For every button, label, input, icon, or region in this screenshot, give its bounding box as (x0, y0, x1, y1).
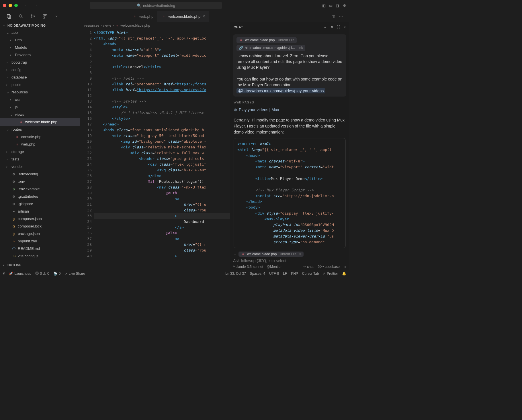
tree-item-label: artisan (18, 208, 29, 215)
tree-item-config[interactable]: ›config (0, 66, 80, 74)
notifications-icon[interactable]: 🔔 (342, 272, 346, 276)
layout-panel-right-icon[interactable]: ◨ (336, 3, 339, 8)
layout-panel-left-icon[interactable]: ◧ (322, 3, 326, 8)
more-actions-icon[interactable]: ⋯ (339, 14, 343, 19)
explorer-header[interactable]: ⌄ NOIDEAWHATIMDOING (0, 22, 80, 29)
code-content[interactable]: <!DOCTYPE html><html lang="{{ str_replac… (94, 29, 230, 270)
history-icon[interactable]: ↻ (331, 25, 333, 30)
source-control-icon[interactable] (30, 14, 36, 19)
nav-back[interactable]: ← (24, 3, 30, 8)
breadcrumb-part[interactable]: resources (84, 23, 99, 28)
minimize-window[interactable] (9, 4, 12, 7)
tree-item-composer-lock[interactable]: {}composer.lock (0, 223, 80, 230)
remote-icon[interactable]: ⎘ (3, 272, 5, 276)
settings-gear-icon[interactable]: ⚙ (343, 3, 346, 8)
tree-item-tests[interactable]: ›tests (0, 156, 80, 163)
close-chat-icon[interactable]: × (344, 25, 346, 30)
send-codebase-hint[interactable]: ⌘↩ codebase (318, 265, 340, 269)
send-icon[interactable]: ▷ (344, 265, 346, 269)
svg-point-4 (31, 15, 32, 15)
send-chat-hint[interactable]: ↩ chat (303, 265, 314, 269)
tree-item-http[interactable]: ›Http (0, 36, 80, 44)
prettier-label: Prettier (327, 272, 338, 276)
tab-welcome-blade[interactable]: ⌗ welcome.blade.php × (157, 11, 209, 22)
expand-icon[interactable]: ⛶ (337, 25, 340, 30)
problems[interactable]: ⓧ 0 ⚠ 0 (35, 271, 49, 276)
tree-item-phpunit-xml[interactable]: ∴phpunit.xml (0, 238, 80, 245)
live-share[interactable]: ↗ Live Share (64, 272, 85, 276)
ports[interactable]: 📡 0 (53, 272, 61, 276)
composer-input[interactable] (233, 258, 346, 263)
launchpad[interactable]: 🚀 Launchpad (9, 272, 31, 276)
tree-item-vendor[interactable]: ›vendor (0, 163, 80, 170)
tree-item-public[interactable]: ›public (0, 81, 80, 89)
tree-item-css[interactable]: ›css (0, 96, 80, 103)
indentation[interactable]: Spaces: 4 (250, 272, 265, 276)
tree-item-models[interactable]: ›Models (0, 44, 80, 51)
prettier[interactable]: ✓ Prettier (323, 272, 338, 276)
context-chip-file[interactable]: ⌗ welcome.blade.php Current File (236, 37, 297, 43)
model-picker[interactable]: ^ claude-3.5-sonnet (233, 265, 263, 269)
search-activity-icon[interactable] (18, 14, 24, 19)
tree-item--env-example[interactable]: $.env.example (0, 185, 80, 193)
command-center[interactable]: 🔍 noideawhatimdoing (90, 2, 222, 9)
language-mode[interactable]: PHP (291, 272, 298, 276)
tree-item-composer-json[interactable]: {}composer.json (0, 215, 80, 223)
tree-item-web-php[interactable]: ⌗web.php (0, 141, 80, 148)
tree-item-views[interactable]: ⌄views (0, 111, 80, 118)
chevron-right-icon: › (6, 149, 10, 155)
breadcrumb[interactable]: resources›views›⌗ welcome.blade.php (80, 22, 230, 29)
encoding[interactable]: UTF-8 (269, 272, 279, 276)
tree-item-bootstrap[interactable]: ›bootstrap (0, 59, 80, 66)
gear-icon: ⚙ (11, 171, 16, 177)
add-context-icon[interactable]: ＋ (233, 252, 237, 257)
tree-item-routes[interactable]: ⌄routes (0, 126, 80, 133)
chevron-down-icon: ⌄ (6, 30, 10, 36)
tree-item-package-json[interactable]: {}package.json (0, 230, 80, 238)
tree-item-database[interactable]: ›database (0, 74, 80, 81)
composer-file-name: welcome.blade.php (247, 252, 277, 256)
code-area[interactable]: 1234567891011121314151617181920212223242… (80, 29, 230, 270)
nav-forward[interactable]: → (32, 3, 38, 8)
mention-button[interactable]: @Mention (267, 265, 282, 269)
tree-item-resources[interactable]: ⌄resources (0, 89, 80, 96)
tree-item--editorconfig[interactable]: ⚙.editorconfig (0, 170, 80, 178)
layout-panel-bottom-icon[interactable]: ▭ (329, 3, 333, 8)
tree-item--gitattributes[interactable]: ⚙.gitattributes (0, 193, 80, 200)
user-inline-link[interactable]: @https://docs.mux.com/guides/play-your-v… (236, 88, 325, 93)
assistant-code-block[interactable]: <!DOCTYPE html> <html lang="{{ str_repla… (234, 138, 346, 248)
tab-close-icon[interactable]: × (203, 14, 205, 19)
tree-item-vite-config-js[interactable]: JSvite.config.js (0, 252, 80, 260)
tree-item-storage[interactable]: ›storage (0, 148, 80, 156)
tree-item--gitignore[interactable]: ⚙.gitignore (0, 200, 80, 208)
tree-item-artisan[interactable]: ≡artisan (0, 208, 80, 215)
new-chat-icon[interactable]: ＋ (324, 25, 327, 30)
composer-context-chip[interactable]: ⌗ welcome.blade.php Current File × (238, 252, 304, 257)
more-views-icon[interactable] (54, 14, 58, 18)
tree-item-providers[interactable]: ›Providers (0, 51, 80, 59)
tree-item-welcome-blade-php[interactable]: ⌗welcome.blade.php (0, 118, 80, 126)
tree-item-app[interactable]: ⌄app (0, 29, 80, 36)
explorer-icon[interactable] (6, 14, 11, 19)
close-window[interactable] (3, 4, 6, 7)
tree-item-label: phpunit.xml (18, 238, 37, 244)
tree-item-js[interactable]: ›js (0, 103, 80, 111)
maximize-window[interactable] (14, 4, 18, 7)
cursor-tab[interactable]: Cursor Tab (302, 272, 319, 276)
split-editor-icon[interactable]: ◫ (332, 14, 335, 19)
tree-item-console-php[interactable]: ⌗console.php (0, 133, 80, 141)
tree-item-readme-md[interactable]: ⓘREADME.md (0, 245, 80, 252)
eol[interactable]: LF (283, 272, 287, 276)
svg-point-5 (31, 17, 32, 18)
cursor-position[interactable]: Ln 33, Col 37 (225, 272, 246, 276)
breadcrumb-part[interactable]: welcome.blade.php (120, 23, 150, 28)
outline-section[interactable]: › OUTLINE (0, 262, 80, 268)
breadcrumb-part[interactable]: views (103, 23, 112, 28)
remove-chip-icon[interactable]: × (299, 252, 301, 256)
webpage-link[interactable]: ⊕ Play your videos | Mux (233, 107, 346, 114)
context-chip-link[interactable]: 🔗 https://docs.mux.com/guides/pl... Link (236, 45, 305, 51)
extensions-icon[interactable] (42, 14, 48, 19)
tab-web-php[interactable]: ⌗ web.php (128, 11, 157, 22)
timeline-section[interactable]: › TIMELINE (0, 268, 80, 270)
tree-item--env[interactable]: ⚙.env (0, 178, 80, 185)
